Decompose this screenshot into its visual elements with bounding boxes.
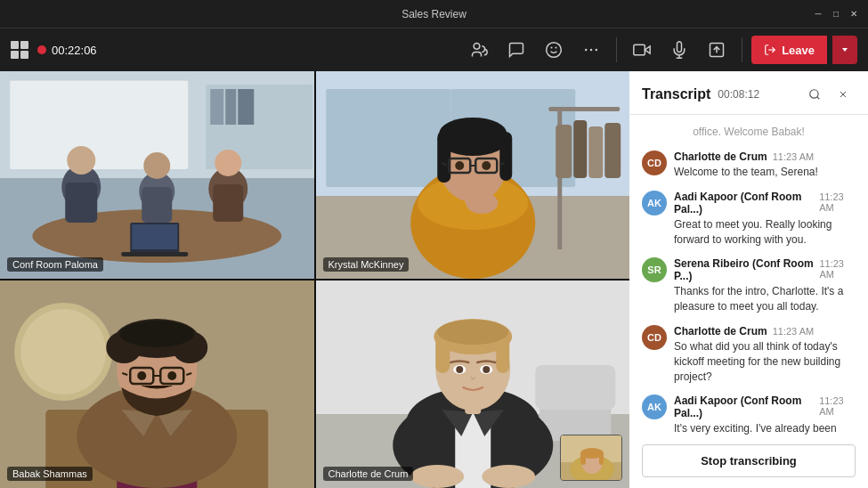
video-cell-conf-room: Conf Room Paloma xyxy=(0,71,314,279)
entry-meta: Charlotte de Crum 11:23 AM xyxy=(674,150,856,163)
entry-timestamp: 11:23 AM xyxy=(773,326,814,337)
svg-marker-7 xyxy=(645,46,650,53)
transcript-fade-top: office. Welcome Babak! xyxy=(629,122,868,142)
entry-text: So what did you all think of today's kic… xyxy=(674,339,856,384)
transcript-entry: AK Aadi Kapoor (Conf Room Pal...) 11:23 … xyxy=(629,185,868,253)
recording-indicator: 00:22:06 xyxy=(37,44,97,57)
svg-point-6 xyxy=(596,49,598,52)
transcript-title-area: Transcript 00:08:12 xyxy=(642,86,759,102)
svg-point-27 xyxy=(143,152,170,179)
entry-avatar: CD xyxy=(642,150,667,175)
svg-rect-95 xyxy=(435,336,450,373)
svg-rect-37 xyxy=(326,89,450,187)
transcript-search-button[interactable] xyxy=(802,82,827,107)
transcript-title: Transcript xyxy=(642,86,710,102)
toolbar: 00:22:06 xyxy=(0,28,868,71)
entry-avatar: SR xyxy=(642,257,667,282)
stop-transcribing-button[interactable]: Stop transcribing xyxy=(642,444,856,477)
entry-text: Welcome to the team, Serena! xyxy=(674,165,856,180)
grid-view-button[interactable] xyxy=(11,41,28,59)
transcript-entry: CD Charlotte de Crum 11:23 AM Welcome to… xyxy=(629,145,868,185)
svg-point-5 xyxy=(590,49,593,52)
close-button[interactable]: ✕ xyxy=(847,7,861,21)
svg-line-112 xyxy=(817,97,820,100)
entry-meta: Charlotte de Crum 11:23 AM xyxy=(674,325,856,338)
reaction-button[interactable] xyxy=(538,34,570,66)
svg-rect-19 xyxy=(210,89,223,125)
entry-meta: Aadi Kapoor (Conf Room Pal...) 11:23 AM xyxy=(674,191,856,216)
record-dot xyxy=(37,45,46,54)
video-cell-charlotte: Charlotte de Crum xyxy=(316,281,630,488)
camera-button[interactable] xyxy=(626,34,658,66)
svg-rect-21 xyxy=(238,89,254,125)
babak-label: Babak Shammas xyxy=(7,467,93,481)
share-button[interactable] xyxy=(701,34,733,66)
svg-point-111 xyxy=(810,90,818,98)
svg-point-30 xyxy=(215,150,241,176)
transcript-header: Transcript 00:08:12 xyxy=(629,71,868,115)
leave-dropdown-button[interactable] xyxy=(832,36,857,64)
transcript-entry: SR Serena Ribeiro (Conf Room P...) 11:23… xyxy=(629,252,868,320)
svg-point-63 xyxy=(20,309,106,394)
svg-point-1 xyxy=(547,43,562,58)
entry-avatar: CD xyxy=(642,325,667,350)
more-button[interactable] xyxy=(575,34,607,66)
transcript-close-button[interactable] xyxy=(831,82,856,107)
window-controls: ─ □ ✕ xyxy=(811,7,861,21)
transcript-body[interactable]: office. Welcome Babak! CD Charlotte de C… xyxy=(629,115,868,437)
entry-name: Serena Ribeiro (Conf Room P...) xyxy=(674,257,814,282)
svg-point-102 xyxy=(410,465,464,488)
transcript-duration: 00:08:12 xyxy=(718,88,759,101)
leave-button[interactable]: Leave xyxy=(751,36,827,64)
svg-rect-44 xyxy=(604,123,621,178)
entry-content: Aadi Kapoor (Conf Room Pal...) 11:23 AM … xyxy=(674,191,856,248)
svg-point-59 xyxy=(482,161,491,170)
entry-timestamp: 11:23 AM xyxy=(819,191,856,213)
entry-timestamp: 11:23 AM xyxy=(819,395,856,417)
toolbar-right: Leave xyxy=(463,34,857,66)
svg-rect-25 xyxy=(65,183,97,223)
chat-button[interactable] xyxy=(500,34,532,66)
entry-timestamp: 11:23 AM xyxy=(773,151,814,162)
title-bar: Sales Review ─ □ ✕ xyxy=(0,0,868,28)
mic-button[interactable] xyxy=(663,34,695,66)
svg-point-75 xyxy=(119,321,194,347)
entry-content: Charlotte de Crum 11:23 AM So what did y… xyxy=(674,325,856,384)
entry-name: Aadi Kapoor (Conf Room Pal...) xyxy=(674,191,814,216)
svg-rect-42 xyxy=(573,120,587,178)
svg-point-97 xyxy=(437,320,508,345)
svg-point-24 xyxy=(67,146,95,175)
svg-rect-34 xyxy=(121,252,188,256)
entry-content: Aadi Kapoor (Conf Room Pal...) 11:23 AM … xyxy=(674,394,856,437)
svg-point-60 xyxy=(466,192,498,214)
divider2 xyxy=(742,37,742,62)
svg-point-82 xyxy=(167,371,176,380)
entry-text: Thanks for the intro, Charlotte. It's a … xyxy=(674,284,856,314)
toolbar-left: 00:22:06 xyxy=(11,41,97,59)
minimize-button[interactable]: ─ xyxy=(811,7,825,21)
svg-rect-41 xyxy=(556,125,572,178)
svg-rect-33 xyxy=(132,224,177,249)
svg-point-0 xyxy=(474,44,480,50)
people-button[interactable] xyxy=(463,34,495,66)
entry-avatar: AK xyxy=(642,394,667,419)
svg-point-4 xyxy=(585,49,588,52)
conf-room-label: Conf Room Paloma xyxy=(7,257,103,272)
svg-rect-43 xyxy=(588,126,603,178)
maximize-button[interactable]: □ xyxy=(829,7,843,21)
transcript-actions xyxy=(802,82,856,107)
divider xyxy=(616,37,617,62)
svg-rect-28 xyxy=(142,187,172,223)
svg-point-81 xyxy=(137,371,146,380)
entry-timestamp: 11:23 AM xyxy=(819,258,856,280)
svg-point-103 xyxy=(482,465,535,488)
svg-rect-86 xyxy=(535,365,615,410)
svg-rect-8 xyxy=(634,45,645,55)
entry-meta: Aadi Kapoor (Conf Room Pal...) 11:23 AM xyxy=(674,394,856,419)
entry-name: Charlotte de Crum xyxy=(674,150,767,163)
svg-marker-13 xyxy=(842,48,848,52)
svg-rect-40 xyxy=(548,107,620,111)
recording-time: 00:22:06 xyxy=(52,44,97,57)
entry-content: Charlotte de Crum 11:23 AM Welcome to th… xyxy=(674,150,856,180)
transcript-panel: Transcript 00:08:12 office. xyxy=(629,71,868,488)
